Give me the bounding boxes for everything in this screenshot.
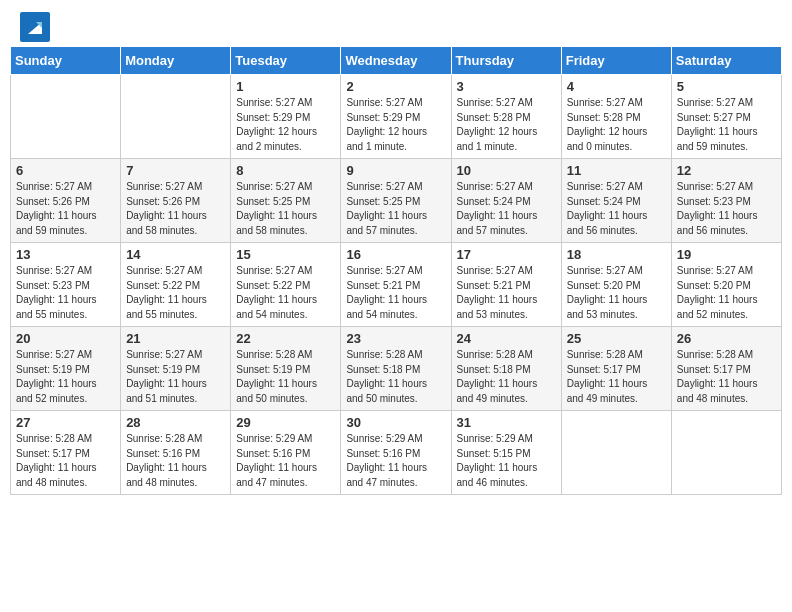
calendar-week-row: 1Sunrise: 5:27 AM Sunset: 5:29 PM Daylig… <box>11 75 782 159</box>
calendar-week-row: 13Sunrise: 5:27 AM Sunset: 5:23 PM Dayli… <box>11 243 782 327</box>
calendar-week-row: 6Sunrise: 5:27 AM Sunset: 5:26 PM Daylig… <box>11 159 782 243</box>
day-number: 22 <box>236 331 335 346</box>
day-info: Sunrise: 5:27 AM Sunset: 5:24 PM Dayligh… <box>457 180 556 238</box>
calendar-day-cell: 19Sunrise: 5:27 AM Sunset: 5:20 PM Dayli… <box>671 243 781 327</box>
day-number: 11 <box>567 163 666 178</box>
day-info: Sunrise: 5:27 AM Sunset: 5:23 PM Dayligh… <box>16 264 115 322</box>
day-number: 17 <box>457 247 556 262</box>
day-info: Sunrise: 5:27 AM Sunset: 5:26 PM Dayligh… <box>126 180 225 238</box>
day-number: 21 <box>126 331 225 346</box>
day-number: 18 <box>567 247 666 262</box>
calendar-day-cell: 20Sunrise: 5:27 AM Sunset: 5:19 PM Dayli… <box>11 327 121 411</box>
calendar-day-cell: 14Sunrise: 5:27 AM Sunset: 5:22 PM Dayli… <box>121 243 231 327</box>
day-number: 29 <box>236 415 335 430</box>
calendar-day-cell: 5Sunrise: 5:27 AM Sunset: 5:27 PM Daylig… <box>671 75 781 159</box>
calendar-day-header: Sunday <box>11 47 121 75</box>
day-info: Sunrise: 5:27 AM Sunset: 5:19 PM Dayligh… <box>126 348 225 406</box>
day-info: Sunrise: 5:29 AM Sunset: 5:16 PM Dayligh… <box>236 432 335 490</box>
calendar-day-header: Thursday <box>451 47 561 75</box>
day-number: 25 <box>567 331 666 346</box>
calendar-day-cell: 27Sunrise: 5:28 AM Sunset: 5:17 PM Dayli… <box>11 411 121 495</box>
day-info: Sunrise: 5:28 AM Sunset: 5:18 PM Dayligh… <box>457 348 556 406</box>
calendar-day-cell: 31Sunrise: 5:29 AM Sunset: 5:15 PM Dayli… <box>451 411 561 495</box>
calendar-wrapper: SundayMondayTuesdayWednesdayThursdayFrid… <box>0 46 792 505</box>
day-number: 4 <box>567 79 666 94</box>
day-info: Sunrise: 5:27 AM Sunset: 5:27 PM Dayligh… <box>677 96 776 154</box>
day-number: 8 <box>236 163 335 178</box>
calendar-day-header: Friday <box>561 47 671 75</box>
day-info: Sunrise: 5:28 AM Sunset: 5:18 PM Dayligh… <box>346 348 445 406</box>
calendar-day-cell <box>561 411 671 495</box>
calendar-day-cell: 16Sunrise: 5:27 AM Sunset: 5:21 PM Dayli… <box>341 243 451 327</box>
page-header <box>0 0 792 46</box>
calendar-day-cell: 4Sunrise: 5:27 AM Sunset: 5:28 PM Daylig… <box>561 75 671 159</box>
day-number: 14 <box>126 247 225 262</box>
day-number: 19 <box>677 247 776 262</box>
day-number: 30 <box>346 415 445 430</box>
day-info: Sunrise: 5:27 AM Sunset: 5:19 PM Dayligh… <box>16 348 115 406</box>
day-info: Sunrise: 5:27 AM Sunset: 5:29 PM Dayligh… <box>346 96 445 154</box>
day-number: 6 <box>16 163 115 178</box>
calendar-day-cell: 25Sunrise: 5:28 AM Sunset: 5:17 PM Dayli… <box>561 327 671 411</box>
calendar-day-header: Saturday <box>671 47 781 75</box>
calendar-week-row: 27Sunrise: 5:28 AM Sunset: 5:17 PM Dayli… <box>11 411 782 495</box>
calendar-day-header: Tuesday <box>231 47 341 75</box>
calendar-day-cell: 8Sunrise: 5:27 AM Sunset: 5:25 PM Daylig… <box>231 159 341 243</box>
calendar-day-cell: 9Sunrise: 5:27 AM Sunset: 5:25 PM Daylig… <box>341 159 451 243</box>
day-number: 15 <box>236 247 335 262</box>
day-number: 3 <box>457 79 556 94</box>
day-number: 31 <box>457 415 556 430</box>
day-info: Sunrise: 5:29 AM Sunset: 5:15 PM Dayligh… <box>457 432 556 490</box>
calendar-week-row: 20Sunrise: 5:27 AM Sunset: 5:19 PM Dayli… <box>11 327 782 411</box>
day-info: Sunrise: 5:27 AM Sunset: 5:21 PM Dayligh… <box>346 264 445 322</box>
day-info: Sunrise: 5:27 AM Sunset: 5:26 PM Dayligh… <box>16 180 115 238</box>
calendar-day-cell: 26Sunrise: 5:28 AM Sunset: 5:17 PM Dayli… <box>671 327 781 411</box>
day-info: Sunrise: 5:27 AM Sunset: 5:22 PM Dayligh… <box>236 264 335 322</box>
day-info: Sunrise: 5:27 AM Sunset: 5:20 PM Dayligh… <box>567 264 666 322</box>
calendar-day-cell <box>671 411 781 495</box>
calendar-day-cell: 15Sunrise: 5:27 AM Sunset: 5:22 PM Dayli… <box>231 243 341 327</box>
calendar-day-cell: 7Sunrise: 5:27 AM Sunset: 5:26 PM Daylig… <box>121 159 231 243</box>
calendar-day-cell: 21Sunrise: 5:27 AM Sunset: 5:19 PM Dayli… <box>121 327 231 411</box>
calendar-day-cell: 30Sunrise: 5:29 AM Sunset: 5:16 PM Dayli… <box>341 411 451 495</box>
day-info: Sunrise: 5:28 AM Sunset: 5:16 PM Dayligh… <box>126 432 225 490</box>
day-info: Sunrise: 5:28 AM Sunset: 5:19 PM Dayligh… <box>236 348 335 406</box>
day-info: Sunrise: 5:27 AM Sunset: 5:28 PM Dayligh… <box>457 96 556 154</box>
logo <box>20 12 54 42</box>
day-number: 1 <box>236 79 335 94</box>
day-number: 20 <box>16 331 115 346</box>
logo-icon <box>20 12 50 42</box>
svg-rect-0 <box>20 12 50 42</box>
day-info: Sunrise: 5:29 AM Sunset: 5:16 PM Dayligh… <box>346 432 445 490</box>
day-info: Sunrise: 5:27 AM Sunset: 5:20 PM Dayligh… <box>677 264 776 322</box>
day-info: Sunrise: 5:27 AM Sunset: 5:23 PM Dayligh… <box>677 180 776 238</box>
day-number: 27 <box>16 415 115 430</box>
day-info: Sunrise: 5:27 AM Sunset: 5:28 PM Dayligh… <box>567 96 666 154</box>
calendar-day-cell: 3Sunrise: 5:27 AM Sunset: 5:28 PM Daylig… <box>451 75 561 159</box>
calendar-day-cell: 11Sunrise: 5:27 AM Sunset: 5:24 PM Dayli… <box>561 159 671 243</box>
calendar-day-header: Monday <box>121 47 231 75</box>
day-info: Sunrise: 5:28 AM Sunset: 5:17 PM Dayligh… <box>677 348 776 406</box>
day-info: Sunrise: 5:27 AM Sunset: 5:24 PM Dayligh… <box>567 180 666 238</box>
calendar-day-cell: 18Sunrise: 5:27 AM Sunset: 5:20 PM Dayli… <box>561 243 671 327</box>
calendar-day-cell <box>121 75 231 159</box>
day-number: 28 <box>126 415 225 430</box>
day-info: Sunrise: 5:27 AM Sunset: 5:25 PM Dayligh… <box>346 180 445 238</box>
calendar-day-cell <box>11 75 121 159</box>
calendar-day-cell: 22Sunrise: 5:28 AM Sunset: 5:19 PM Dayli… <box>231 327 341 411</box>
day-info: Sunrise: 5:28 AM Sunset: 5:17 PM Dayligh… <box>16 432 115 490</box>
day-info: Sunrise: 5:27 AM Sunset: 5:25 PM Dayligh… <box>236 180 335 238</box>
day-number: 9 <box>346 163 445 178</box>
calendar-day-cell: 10Sunrise: 5:27 AM Sunset: 5:24 PM Dayli… <box>451 159 561 243</box>
day-info: Sunrise: 5:27 AM Sunset: 5:29 PM Dayligh… <box>236 96 335 154</box>
calendar-day-cell: 12Sunrise: 5:27 AM Sunset: 5:23 PM Dayli… <box>671 159 781 243</box>
calendar-day-cell: 6Sunrise: 5:27 AM Sunset: 5:26 PM Daylig… <box>11 159 121 243</box>
calendar-day-cell: 2Sunrise: 5:27 AM Sunset: 5:29 PM Daylig… <box>341 75 451 159</box>
calendar-day-cell: 29Sunrise: 5:29 AM Sunset: 5:16 PM Dayli… <box>231 411 341 495</box>
day-number: 12 <box>677 163 776 178</box>
day-number: 7 <box>126 163 225 178</box>
calendar-header-row: SundayMondayTuesdayWednesdayThursdayFrid… <box>11 47 782 75</box>
day-number: 10 <box>457 163 556 178</box>
calendar-day-cell: 23Sunrise: 5:28 AM Sunset: 5:18 PM Dayli… <box>341 327 451 411</box>
day-number: 24 <box>457 331 556 346</box>
